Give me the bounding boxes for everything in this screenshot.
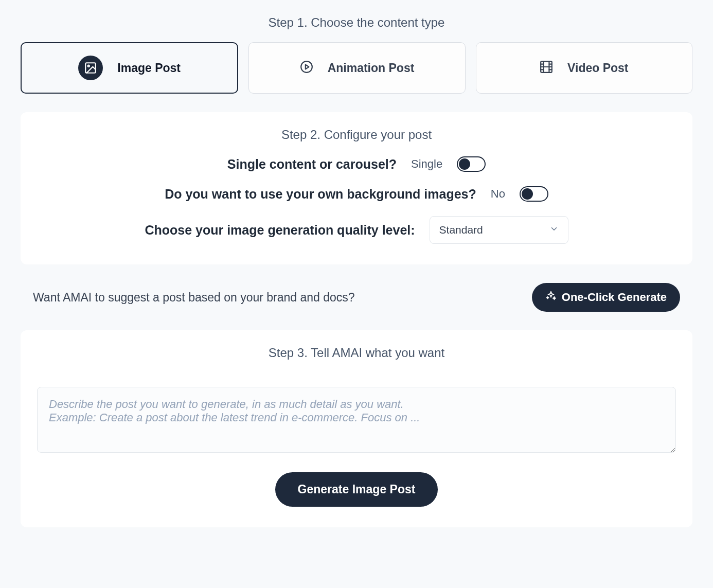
quality-select-value: Standard (439, 224, 483, 236)
content-type-animation-label: Animation Post (328, 61, 415, 75)
step2-panel: Step 2. Configure your post Single conte… (21, 112, 692, 264)
sparkles-icon (545, 290, 557, 305)
post-description-input[interactable] (37, 387, 676, 453)
config-background-label: Do you want to use your own background i… (165, 187, 476, 202)
step3-title: Step 3. Tell AMAI what you want (37, 346, 676, 360)
content-type-video-label: Video Post (567, 61, 628, 75)
config-carousel-row: Single content or carousel? Single (41, 156, 672, 172)
step1-title: Step 1. Choose the content type (21, 15, 692, 30)
one-click-generate-button[interactable]: One-Click Generate (532, 283, 680, 312)
svg-marker-3 (305, 65, 309, 69)
step3-panel: Step 3. Tell AMAI what you want Generate… (21, 330, 692, 527)
svg-point-1 (88, 65, 90, 67)
suggest-text: Want AMAI to suggest a post based on you… (33, 291, 522, 305)
config-background-row: Do you want to use your own background i… (41, 186, 672, 202)
content-type-animation[interactable]: Animation Post (248, 42, 465, 94)
quality-select[interactable]: Standard (430, 216, 568, 244)
background-toggle[interactable] (520, 186, 548, 202)
config-quality-row: Choose your image generation quality lev… (41, 216, 672, 244)
config-quality-label: Choose your image generation quality lev… (145, 223, 415, 238)
content-type-image[interactable]: Image Post (21, 42, 238, 94)
chevron-down-icon (549, 224, 559, 236)
config-background-value: No (491, 187, 505, 201)
carousel-toggle[interactable] (457, 156, 486, 172)
one-click-generate-label: One-Click Generate (562, 291, 667, 304)
suggest-row: Want AMAI to suggest a post based on you… (21, 283, 692, 312)
content-type-row: Image Post Animation Post Video Post (21, 42, 692, 94)
content-type-image-label: Image Post (117, 61, 181, 75)
step2-title: Step 2. Configure your post (41, 128, 672, 142)
image-icon (78, 56, 103, 80)
svg-point-2 (301, 61, 312, 73)
config-carousel-value: Single (411, 157, 442, 171)
config-carousel-label: Single content or carousel? (227, 157, 397, 172)
film-icon (540, 60, 553, 76)
content-type-video[interactable]: Video Post (476, 42, 692, 94)
generate-button[interactable]: Generate Image Post (275, 472, 438, 507)
play-circle-icon (300, 60, 313, 76)
